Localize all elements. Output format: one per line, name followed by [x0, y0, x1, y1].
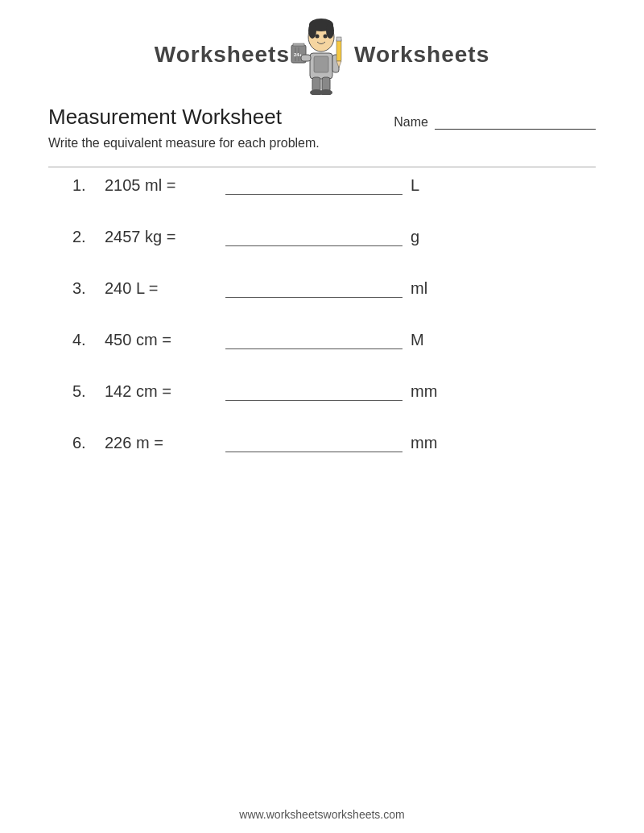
problem-unit: mm [411, 434, 443, 452]
title-row: Measurement Worksheet Name [48, 105, 596, 130]
logo-text-left: Worksheets [155, 42, 290, 68]
answer-line[interactable] [225, 433, 402, 452]
problem-row: 6. 226 m = mm [48, 433, 596, 452]
problem-expression: 240 L = [105, 279, 217, 298]
problem-row: 5. 142 cm = mm [48, 381, 596, 401]
problem-unit: M [411, 331, 443, 349]
instructions: Write the equivalent measure for each pr… [48, 136, 596, 151]
problem-row: 1. 2105 ml = L [48, 175, 596, 195]
divider [48, 167, 596, 167]
content: Measurement Worksheet Name Write the equ… [32, 105, 612, 796]
problem-unit: ml [411, 279, 443, 298]
svg-rect-6 [314, 56, 328, 72]
problem-number: 6. [72, 434, 105, 452]
header: Worksheets 24+ [0, 0, 644, 105]
problem-unit: g [411, 228, 443, 246]
problems: 1. 2105 ml = L 2. 2457 kg = g 3. 240 L =… [48, 175, 596, 452]
svg-rect-21 [301, 55, 311, 61]
problem-expression: 2457 kg = [105, 228, 217, 246]
problem-number: 5. [72, 382, 105, 401]
svg-rect-16 [336, 37, 341, 41]
svg-rect-14 [336, 39, 341, 61]
name-line[interactable] [435, 113, 596, 130]
answer-line[interactable] [225, 381, 402, 401]
name-field: Name [394, 113, 596, 130]
logo-text-right: Worksheets [354, 42, 489, 68]
svg-point-12 [324, 34, 328, 38]
problem-expression: 450 cm = [105, 331, 217, 349]
page: Worksheets 24+ [0, 0, 644, 833]
problem-expression: 142 cm = [105, 382, 217, 401]
answer-line[interactable] [225, 278, 402, 298]
problem-row: 3. 240 L = ml [48, 278, 596, 298]
logo-container: Worksheets 24+ [155, 14, 489, 95]
problem-expression: 2105 ml = [105, 176, 217, 195]
problem-number: 2. [72, 228, 105, 246]
answer-line[interactable] [225, 330, 402, 349]
problem-unit: L [411, 176, 443, 195]
svg-point-20 [320, 89, 332, 95]
svg-point-11 [316, 34, 320, 38]
footer-url: www.worksheetsworksheets.com [239, 808, 404, 821]
worksheet-title: Measurement Worksheet [48, 105, 282, 130]
problem-row: 2. 2457 kg = g [48, 227, 596, 246]
logo-character: 24+ [290, 14, 354, 95]
problem-number: 3. [72, 279, 105, 298]
footer: www.worksheetsworksheets.com [0, 796, 644, 833]
name-label: Name [394, 115, 428, 130]
answer-line[interactable] [225, 175, 402, 195]
problem-number: 4. [72, 331, 105, 349]
svg-rect-1 [293, 43, 304, 46]
problem-unit: mm [411, 382, 443, 401]
problem-number: 1. [72, 176, 105, 195]
answer-line[interactable] [225, 227, 402, 246]
problem-row: 4. 450 cm = M [48, 330, 596, 349]
problem-expression: 226 m = [105, 434, 217, 452]
